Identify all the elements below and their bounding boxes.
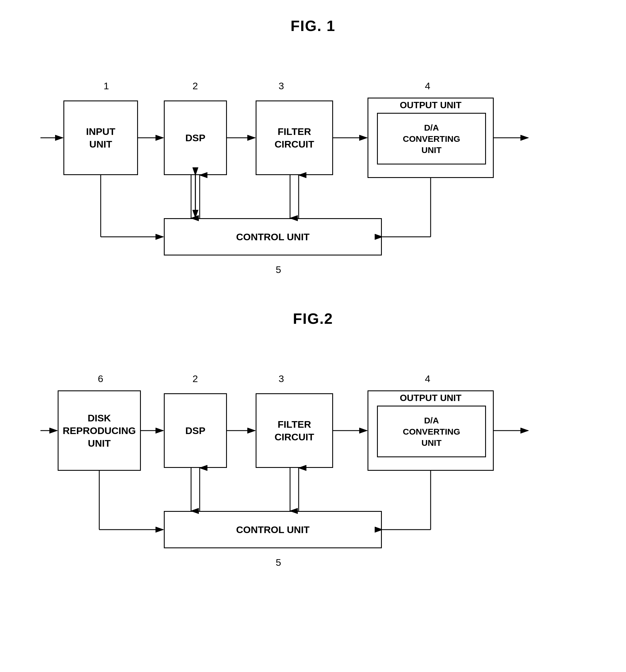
input-unit-box: INPUTUNIT xyxy=(64,100,138,175)
fig2-control-unit-box: CONTROL UNIT xyxy=(164,511,382,548)
fig2-diagram: 6 2 3 4 DISKREPRODUCINGUNIT DSP FILTERCI… xyxy=(41,344,585,580)
ref-2: 2 xyxy=(193,80,198,92)
ref-4: 4 xyxy=(425,80,430,92)
fig2-ref-5: 5 xyxy=(276,557,281,568)
da-converting-label: D/ACONVERTINGUNIT xyxy=(403,122,460,155)
control-unit-label: CONTROL UNIT xyxy=(236,231,309,243)
input-unit-label: INPUTUNIT xyxy=(86,125,115,150)
dsp-label: DSP xyxy=(185,131,205,144)
da-converting-box: D/ACONVERTINGUNIT xyxy=(377,113,486,165)
filter-circuit-label: FILTERCIRCUIT xyxy=(275,125,314,150)
fig2-output-unit-label: OUTPUT UNIT xyxy=(400,393,461,403)
filter-circuit-box: FILTERCIRCUIT xyxy=(256,100,333,175)
fig2-ref-4: 4 xyxy=(425,373,430,384)
ref-3: 3 xyxy=(279,80,284,92)
fig2-ref-6: 6 xyxy=(98,373,103,384)
fig2-dsp-label: DSP xyxy=(185,424,205,437)
fig2-ref-2: 2 xyxy=(193,373,198,384)
disk-reproducing-box: DISKREPRODUCINGUNIT xyxy=(58,390,141,471)
fig2-title: FIG.2 xyxy=(0,310,626,327)
fig2-control-unit-label: CONTROL UNIT xyxy=(236,523,309,536)
dsp-box: DSP xyxy=(164,100,227,175)
ref-5: 5 xyxy=(276,264,281,275)
fig2-da-converting-label: D/ACONVERTINGUNIT xyxy=(403,415,460,448)
control-unit-box: CONTROL UNIT xyxy=(164,218,382,256)
fig2-output-unit-outer-box: OUTPUT UNIT D/ACONVERTINGUNIT xyxy=(368,390,494,471)
fig2-dsp-box: DSP xyxy=(164,393,227,468)
output-unit-outer-box: OUTPUT UNIT D/ACONVERTINGUNIT xyxy=(368,98,494,178)
output-unit-label: OUTPUT UNIT xyxy=(400,100,461,111)
fig1-title: FIG. 1 xyxy=(0,0,626,34)
ref-1: 1 xyxy=(104,80,109,92)
fig1-diagram: 1 2 3 4 INPUTUNIT DSP FILTERCIRCUIT OUTP… xyxy=(41,52,585,287)
fig2-filter-circuit-box: FILTERCIRCUIT xyxy=(256,393,333,468)
fig2-ref-3: 3 xyxy=(279,373,284,384)
disk-reproducing-label: DISKREPRODUCINGUNIT xyxy=(62,412,136,450)
fig2-da-converting-box: D/ACONVERTINGUNIT xyxy=(377,406,486,457)
fig2-filter-circuit-label: FILTERCIRCUIT xyxy=(275,418,314,443)
